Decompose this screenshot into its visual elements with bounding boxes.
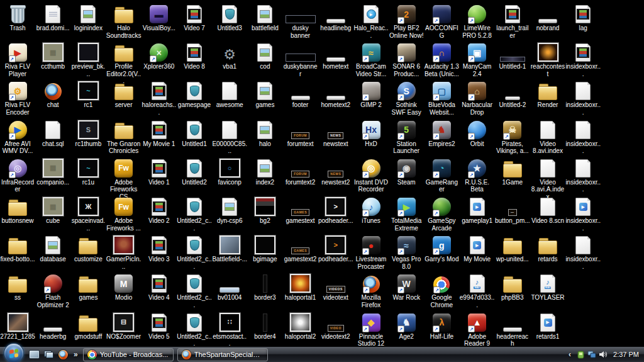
desktop-icon-riva-flv-encoder[interactable]: ⚙↗Riva FLV Encoder <box>0 80 35 116</box>
desktop-icon-newstext[interactable]: NEWSnewstext <box>318 119 353 148</box>
desktop-icon-customize[interactable]: customize <box>70 234 106 263</box>
desktop-icon-podheader[interactable]: >podheader... <box>318 234 353 263</box>
desktop-icon-gamestext2[interactable]: GAMESgamestext2 <box>283 234 318 263</box>
desktop-icon-halo[interactable]: halo <box>247 119 282 148</box>
desktop-icon-phpbb3[interactable]: phpBB3 <box>495 273 530 302</box>
desktop-icon-orbit[interactable]: ↗Orbit <box>460 119 495 148</box>
taskbar-clock[interactable]: 2:37 PM <box>613 351 639 358</box>
desktop-icon-google-chrome[interactable]: ↗Google Chrome <box>424 273 459 308</box>
desktop-icon-nobrand[interactable]: nobrand <box>530 3 565 32</box>
desktop-icon-forumtext[interactable]: FORUMforumtext <box>283 119 318 148</box>
desktop-icon-launch-trailer[interactable]: launch_trailer <box>495 3 530 39</box>
desktop-icon-untitled2[interactable]: Untitled2 <box>177 157 212 186</box>
desktop-icon-headerbg[interactable]: headerbg <box>35 312 70 341</box>
desktop-icon-riva-flv-player[interactable]: ▶↗Riva FLV Player <box>0 42 35 77</box>
desktop-icon-battlefield[interactable]: battlefield <box>247 3 282 32</box>
desktop-icon-e00000c85[interactable]: E00000C85... <box>212 119 247 155</box>
desktop-icon-manycam-2-4[interactable]: ▣↗ManyCam 2.4 <box>460 42 495 77</box>
desktop-icon-index2[interactable]: index2 <box>247 157 282 186</box>
desktop-icon-dyn-csp6[interactable]: dyn-csp6 <box>212 196 247 225</box>
desktop-icon-itunes[interactable]: ♪↗iTunes <box>353 196 389 225</box>
desktop-icon-video-8-avi-index[interactable]: Video 8.avi.index <box>530 119 565 155</box>
desktop-icon-battlefield[interactable]: Battlefield-... <box>212 234 247 263</box>
desktop-icon-afree-avi-wmv-dv[interactable]: ▶↗Afree AVI WMV DV... <box>0 119 35 155</box>
desktop-icon-war-rock[interactable]: W↗War Rock <box>389 273 424 302</box>
desktop-icon-sothink-swf-easy[interactable]: S↗Sothink SWF Easy <box>389 80 424 116</box>
desktop-icon-cod[interactable]: cod <box>247 42 282 71</box>
desktop-icon-gamespage[interactable]: gamespage <box>177 80 212 109</box>
tray-icon-power[interactable] <box>577 351 585 359</box>
desktop-icon-cube[interactable]: ▦cube <box>35 196 70 225</box>
desktop-icon-newstext2[interactable]: NEWSnewstext2 <box>318 157 353 186</box>
desktop-icon-chat-sql[interactable]: chat.sql <box>35 119 70 148</box>
desktop-icon-age2[interactable]: ♞↗Age2 <box>389 312 424 341</box>
desktop-icon-untitled3[interactable]: Untitled3 <box>212 3 247 32</box>
desktop-icon-untitled-2[interactable]: Untitled-2 <box>495 80 530 109</box>
quick-launch-overflow-chevron[interactable]: » <box>70 350 81 359</box>
desktop-icon-modio[interactable]: MModio <box>106 273 142 302</box>
desktop-icon-spaceinvad[interactable]: Жspaceinvad... <box>70 196 106 232</box>
desktop-icon-hxd[interactable]: Hx↗HxD <box>353 119 389 148</box>
desktop-icon-insidexboxr[interactable]: ▶insidexboxr... <box>565 196 601 232</box>
start-button[interactable] <box>4 344 23 362</box>
desktop-icon-untitled2-c[interactable]: Untitled2_c... <box>177 312 212 348</box>
desktop-icon-rc1u[interactable]: ~rc1u <box>70 157 106 186</box>
desktop-icon-pinnacle-studio-12[interactable]: ◆↗Pinnacle Studio 12 <box>353 312 389 348</box>
desktop-icon-video-4[interactable]: Video 4 <box>142 273 177 302</box>
desktop-icon-gimp-2[interactable]: ↗GIMP 2 <box>353 80 389 109</box>
desktop-icon-bv01004[interactable]: bv01004 <box>212 273 247 302</box>
show-desktop-icon[interactable] <box>29 350 40 359</box>
desktop-icon-27221-1285[interactable]: 27221_1285... <box>0 312 35 348</box>
desktop-icon-untitled2-c[interactable]: Untitled2_c... <box>177 234 212 270</box>
desktop-icon-half-life[interactable]: λ↗Half-Life <box>424 312 459 341</box>
desktop-icon-bluevoda-websit[interactable]: ▢↗BlueVoda Websit... <box>424 80 459 116</box>
desktop-icon-reachcontest[interactable]: reachcontest <box>530 42 565 77</box>
desktop-icon-the-gnaron-chronicles[interactable]: The Gnaron Chronicles <box>106 119 142 155</box>
desktop-icon-my-movie[interactable]: ▶My Movie <box>460 234 495 263</box>
desktop-icon-bg2[interactable]: bg2 <box>247 196 282 225</box>
desktop-icon-sonar-6-produc[interactable]: ↗SONAR 6 Produc... <box>389 42 424 77</box>
desktop-icon-games[interactable]: games <box>70 273 106 302</box>
tray-icon-volume[interactable] <box>599 351 608 358</box>
tray-expand-chevron[interactable]: ‹ <box>565 350 574 359</box>
desktop-icon-rc1[interactable]: ~rc1 <box>70 80 106 109</box>
desktop-icon-limewire-pro-5-2-8[interactable]: ↗LimeWire PRO 5.2.8 <box>460 3 495 39</box>
desktop-icon-untitled2-c[interactable]: Untitled2_c... <box>177 273 212 308</box>
desktop-icon-adobe-fireworks-cs[interactable]: FwAdobe Fireworks CS <box>106 157 142 201</box>
desktop-icon-adobe-reader-9[interactable]: ▲↗Adobe Reader 9 <box>460 312 495 348</box>
desktop-icon-ccthumb[interactable]: ▦ccthumb <box>35 42 70 71</box>
desktop-icon-flash-optimizer-2[interactable]: ↗Flash Optimizer 2 <box>35 273 70 308</box>
desktop-icon-fixed-botto[interactable]: fixed-botto... <box>0 234 35 263</box>
desktop-icon-no-zoomer[interactable]: ⊟NO$Zoomer <box>106 312 142 341</box>
desktop-icon-trash[interactable]: Trash <box>0 3 35 32</box>
desktop-icon-video-5[interactable]: Video 5 <box>142 312 177 341</box>
desktop-icon-pirates-vikings-a[interactable]: ☠↗Pirates, Vikings, a... <box>495 119 530 155</box>
desktop-icon-dusky-banner[interactable]: dusky banner <box>283 3 318 39</box>
desktop-icon-server[interactable]: server <box>106 80 142 109</box>
desktop[interactable]: Trashbrad.domi...loginindexHalo Soundtra… <box>0 0 644 346</box>
desktop-icon-gamespy-arcade[interactable]: ↗GameSpy Arcade <box>424 196 459 232</box>
desktop-icon-video-8-avi-a-index[interactable]: Video 8.avi.A.index <box>530 157 565 201</box>
desktop-icon-gameplay1[interactable]: ▶gameplay1 <box>460 196 495 225</box>
desktop-icon-border4[interactable]: border4 <box>247 312 282 341</box>
desktop-icon-mozilla-firefox[interactable]: ↗Mozilla Firefox <box>353 273 389 308</box>
desktop-icon-profile-editor2-0-v[interactable]: Profile Editor2.0(V... <box>106 42 142 85</box>
desktop-icon-podheader[interactable]: >podheader... <box>318 196 353 225</box>
desktop-icon-haloreachs[interactable]: haloreachs... <box>142 80 177 116</box>
desktop-icon-brad-domi[interactable]: brad.domi... <box>35 3 70 32</box>
desktop-icon-render[interactable]: Render <box>530 80 565 109</box>
desktop-icon-xplorer360[interactable]: ×↗Xplorer360 <box>142 42 177 71</box>
desktop-icon-headerreach[interactable]: headerreach <box>495 312 530 348</box>
desktop-icon-hometext2[interactable]: hometext2 <box>318 80 353 109</box>
desktop-icon-forumtext2[interactable]: FORUMforumtext2 <box>283 157 318 186</box>
desktop-icon-insidexboxr[interactable]: insidexboxr... <box>565 234 601 270</box>
desktop-icon-aocconfig[interactable]: ↗AOCCONFIG <box>424 3 459 39</box>
desktop-icon-vba1[interactable]: ⚙vba1 <box>212 42 247 71</box>
desktop-icon-adobe-fireworks[interactable]: FwAdobe Fireworks ... <box>106 196 142 232</box>
desktop-icon-chat[interactable]: chat <box>35 80 70 109</box>
desktop-icon-gmodstuff[interactable]: gmodstuff <box>70 312 106 341</box>
desktop-icon-rc1thumb[interactable]: Src1thumb <box>70 119 106 148</box>
desktop-icon-button-pm[interactable]: —button_pm... <box>495 196 530 225</box>
tray-icon-network[interactable] <box>587 351 596 358</box>
desktop-icon-insidexboxr[interactable]: insidexboxr... <box>565 119 601 155</box>
